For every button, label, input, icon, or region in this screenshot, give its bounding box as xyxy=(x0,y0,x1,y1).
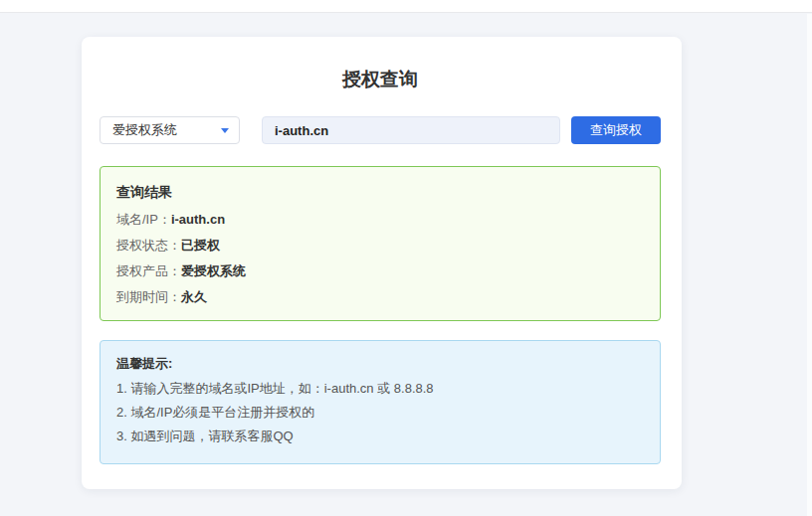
result-panel-title: 查询结果 xyxy=(116,184,644,202)
tips-item-2: 2. 域名/IP必须是平台注册并授权的 xyxy=(116,401,644,425)
scrollbar-track[interactable] xyxy=(807,14,812,516)
result-row-domain: 域名/IP：i-auth.cn xyxy=(116,211,644,228)
result-row-expiry: 到期时间：永久 xyxy=(116,288,644,305)
page-title: 授权查询 xyxy=(100,66,661,93)
domain-input[interactable] xyxy=(262,116,560,144)
product-select[interactable]: 爱授权系统 xyxy=(100,116,240,144)
tips-panel-title: 温馨提示: xyxy=(116,355,644,373)
result-value: 爱授权系统 xyxy=(181,263,246,278)
chevron-down-icon xyxy=(221,128,229,133)
result-value: 永久 xyxy=(181,289,207,304)
tips-item-1: 1. 请输入完整的域名或IP地址，如：i-auth.cn 或 8.8.8.8 xyxy=(116,377,644,401)
result-label: 到期时间： xyxy=(116,289,181,304)
result-label: 授权产品： xyxy=(116,263,181,278)
query-auth-button[interactable]: 查询授权 xyxy=(571,116,661,144)
result-value: i-auth.cn xyxy=(171,212,225,227)
result-row-status: 授权状态：已授权 xyxy=(116,237,644,254)
result-label: 授权状态： xyxy=(116,238,181,253)
tips-panel: 温馨提示: 1. 请输入完整的域名或IP地址，如：i-auth.cn 或 8.8… xyxy=(100,340,661,464)
query-result-panel: 查询结果 域名/IP：i-auth.cn 授权状态：已授权 授权产品：爱授权系统… xyxy=(100,166,661,321)
result-label: 域名/IP： xyxy=(116,212,171,227)
auth-query-card: 授权查询 爱授权系统 查询授权 查询结果 域名/IP：i-auth.cn 授权状… xyxy=(82,37,682,489)
top-bar xyxy=(0,0,812,13)
result-value: 已授权 xyxy=(181,238,220,253)
query-form-row: 爱授权系统 查询授权 xyxy=(100,116,661,144)
result-row-product: 授权产品：爱授权系统 xyxy=(116,262,644,279)
product-select-value: 爱授权系统 xyxy=(112,121,177,139)
tips-item-3: 3. 如遇到问题，请联系客服QQ xyxy=(116,425,644,448)
